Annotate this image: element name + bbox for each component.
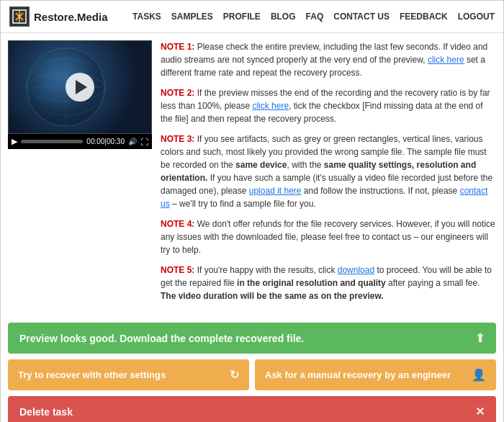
manual-recovery-button[interactable]: Ask for a manual recovery by an engineer… [255,359,496,390]
progress-bar[interactable] [21,140,83,143]
fullscreen-icon[interactable]: ⛶ [140,138,148,146]
time-display: 00:00|00:30 [86,138,125,145]
volume-icon[interactable]: 🔊 [128,138,137,145]
engineer-icon: 👤 [472,368,486,382]
note3-link1[interactable]: upload it here [249,186,302,196]
nav-contact[interactable]: CONTACT US [333,12,390,22]
note5-text-after: after paying a small fee. [386,278,480,288]
note-3: NOTE 3: If you see artifacts, such as gr… [161,133,496,210]
delete-task-label: Delete task [19,406,73,418]
note5-bold1: in the original resolution and quality [237,278,386,288]
nav-feedback[interactable]: FEEDBACK [400,12,448,22]
note2-label: NOTE 2: [161,88,194,98]
note4-label: NOTE 4: [161,219,194,229]
note4-text: We don't offer refunds for the file reco… [161,219,495,255]
nav-samples[interactable]: SAMPLES [171,12,213,22]
note-4: NOTE 4: We don't offer refunds for the f… [161,217,496,256]
navigation-bar: Restore.Media TASKS SAMPLES PROFILE BLOG… [1,1,503,33]
note1-link[interactable]: click here [428,55,464,65]
orange-buttons-row: Try to recover with other settings ↻ Ask… [8,359,496,390]
logo-icon [9,6,30,27]
logo-text: Restore.Media [34,11,108,23]
download-icon: ⬆ [475,331,485,345]
note5-bold2: The video duration will be the same as o… [161,291,384,301]
download-label: Preview looks good. Download the complet… [19,333,304,344]
note3-text-end: – we'll try to find a sample file for yo… [170,199,316,209]
nav-faq[interactable]: FAQ [306,12,324,22]
note2-link[interactable]: click here [252,101,289,111]
note3-text-mid1: , with the [287,160,323,170]
nav-blog[interactable]: BLOG [271,12,296,22]
note5-label: NOTE 5: [161,265,194,275]
video-globe [9,41,151,133]
main-content: ▶ 00:00|00:30 🔊 ⛶ NOTE 1: Please check t… [1,33,503,317]
refresh-icon: ↻ [230,368,239,382]
video-controls: ▶ 00:00|00:30 🔊 ⛶ [8,134,152,149]
main-window: Restore.Media TASKS SAMPLES PROFILE BLOG… [0,0,504,422]
note5-text-before: If you're happy with the results, click [197,265,338,275]
notes-panel: NOTE 1: Please check the entire preview,… [161,40,496,310]
note3-text-after: and follow the instructions. If not, ple… [302,186,460,196]
video-container [8,40,152,134]
note3-label: NOTE 3: [161,134,194,144]
nav-logout[interactable]: LOGOUT [458,12,495,22]
note-1: NOTE 1: Please check the entire preview,… [161,40,496,79]
play-control-icon[interactable]: ▶ [12,137,17,146]
nav-links: TASKS SAMPLES PROFILE BLOG FAQ CONTACT U… [122,12,495,22]
note-2: NOTE 2: If the preview misses the end of… [161,86,496,125]
video-panel: ▶ 00:00|00:30 🔊 ⛶ [8,40,152,310]
logo-area: Restore.Media [9,6,108,27]
buttons-section: Preview looks good. Download the complet… [1,317,503,422]
delete-icon: ✕ [475,405,485,418]
play-button[interactable] [66,73,94,102]
recover-other-settings-button[interactable]: Try to recover with other settings ↻ [8,359,249,390]
delete-task-button[interactable]: Delete task ✕ [8,396,496,422]
note3-bold1: same device [235,160,287,170]
download-button[interactable]: Preview looks good. Download the complet… [8,323,496,354]
recover-other-settings-label: Try to recover with other settings [18,369,166,380]
nav-tasks[interactable]: TASKS [132,12,161,22]
manual-recovery-label: Ask for a manual recovery by an engineer [265,369,451,380]
note5-link[interactable]: download [338,265,374,275]
nav-profile[interactable]: PROFILE [223,12,261,22]
note-5: NOTE 5: If you're happy with the results… [161,264,496,302]
note1-label: NOTE 1: [161,42,194,52]
